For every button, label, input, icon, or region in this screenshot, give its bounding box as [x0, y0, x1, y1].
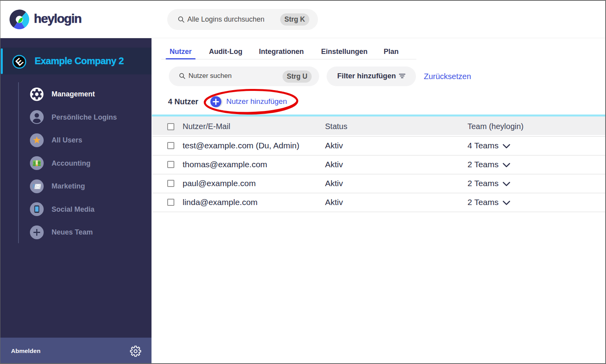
svg-text:$: $ [33, 161, 35, 165]
